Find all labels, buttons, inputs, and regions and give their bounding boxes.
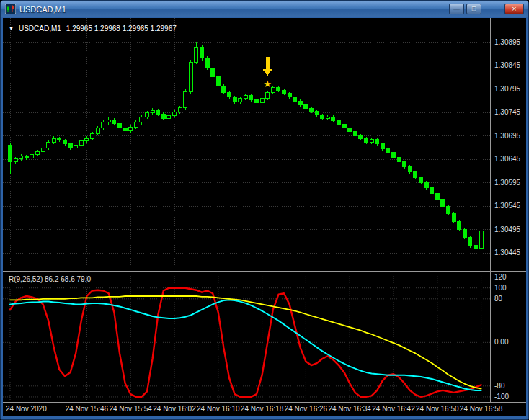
candle [435, 194, 439, 200]
price-chart-pane[interactable]: ★ [3, 18, 490, 271]
candle [458, 222, 461, 230]
candle [424, 182, 428, 188]
candle [370, 139, 373, 142]
time-axis-label: 24 Nov 16:18 [241, 405, 284, 413]
candle [205, 58, 209, 68]
candle [129, 127, 133, 130]
candle [260, 98, 264, 103]
candle [403, 162, 406, 167]
candle [79, 141, 83, 145]
candle [91, 134, 94, 139]
down-arrow-annotation[interactable] [266, 57, 270, 69]
ohlc-header: ▼ USDCAD,M1 1.29965 1.29968 1.29965 1.29… [9, 24, 177, 32]
candle [326, 117, 329, 119]
candle [173, 112, 177, 116]
price-axis-label: 1.30695 [494, 132, 520, 140]
time-axis-label: 24 Nov 16:34 [328, 405, 371, 413]
candle [277, 88, 280, 91]
candle [140, 117, 143, 122]
candle [68, 144, 72, 148]
time-axis-label: 24 Nov 16:50 [416, 405, 459, 413]
candle [233, 97, 236, 102]
candle [359, 135, 363, 138]
price-axis-label: 1.30545 [494, 202, 520, 210]
star-annotation[interactable]: ★ [263, 79, 272, 89]
title-bar[interactable]: USDCAD,M1 — □ × [1, 1, 528, 17]
dropdown-arrow-icon[interactable]: ▼ [9, 26, 14, 31]
time-axis-label: 24 Nov 16:58 [460, 405, 503, 413]
time-axis-label: 24 Nov 15:54 [109, 405, 152, 413]
candle [102, 122, 105, 128]
candle [447, 206, 450, 213]
candle [392, 153, 396, 158]
candle [414, 172, 417, 178]
close-button[interactable]: × [504, 4, 524, 14]
candle [228, 92, 231, 97]
candle [479, 231, 483, 249]
symbol-label: USDCAD,M1 [19, 24, 61, 32]
time-axis-label: 24 Nov 2020 [6, 405, 47, 413]
candle [30, 155, 34, 158]
indicator-axis-label: 80 [494, 295, 502, 303]
candle [63, 140, 67, 144]
candle [36, 151, 40, 155]
time-axis-label: 24 Nov 16:26 [285, 405, 328, 413]
candle [332, 117, 335, 120]
candle [304, 104, 308, 108]
price-axis[interactable]: 1.308951.308451.307951.307451.306951.306… [491, 18, 526, 271]
window-title: USDCAD,M1 [19, 5, 66, 14]
candle [96, 128, 99, 134]
candle [58, 138, 61, 140]
maximize-button[interactable]: □ [466, 4, 481, 14]
candle [85, 138, 89, 141]
candle [474, 245, 478, 249]
candle [271, 88, 275, 93]
price-axis-label: 1.30795 [494, 85, 520, 94]
candle [216, 76, 220, 86]
indicator-pane[interactable] [3, 272, 490, 401]
candle [397, 157, 401, 162]
candle [25, 156, 28, 158]
indicator-axis-label: 100 [494, 284, 507, 292]
candle [353, 132, 357, 135]
down-arrow-head[interactable] [262, 69, 272, 76]
candle [408, 166, 412, 172]
chart-window: USDCAD,M1 — □ × ★ ▼ USDCAD,M1 1.29965 1.… [0, 0, 529, 420]
candle [184, 91, 187, 107]
candle [123, 128, 127, 131]
candle [288, 94, 291, 97]
candle [452, 213, 455, 222]
candle [200, 48, 204, 58]
candle [239, 99, 242, 102]
candle [249, 95, 253, 100]
price-axis-label: 1.30645 [494, 155, 520, 164]
indicator-axis-label: 120 [494, 273, 507, 282]
window-icon[interactable] [5, 4, 16, 14]
candle [134, 122, 138, 128]
candle [365, 138, 368, 142]
candle [386, 148, 390, 152]
candle [293, 97, 297, 101]
candle [195, 48, 198, 63]
candle [337, 120, 341, 124]
minimize-button[interactable]: — [449, 4, 464, 14]
price-axis-label: 1.30845 [494, 61, 520, 70]
candle [321, 115, 324, 119]
indicator-axis[interactable]: 120100800.00-80-100 [491, 272, 526, 402]
time-axis[interactable]: 24 Nov 202024 Nov 15:4624 Nov 15:5424 No… [3, 403, 526, 416]
candle [178, 107, 182, 112]
candle [315, 111, 319, 115]
chart-client-area: ★ ▼ USDCAD,M1 1.29965 1.29968 1.29965 1.… [3, 18, 526, 416]
indicator-line-mid[interactable] [10, 300, 481, 390]
candle [463, 230, 466, 238]
candle [298, 101, 302, 104]
candle [222, 86, 226, 92]
time-axis-divider [3, 402, 526, 403]
indicator-axis-label: -100 [494, 393, 509, 401]
candle [189, 63, 192, 91]
candle [167, 116, 171, 119]
candle [342, 125, 346, 128]
candle [266, 92, 270, 98]
candle [430, 188, 434, 194]
candle [381, 144, 384, 149]
